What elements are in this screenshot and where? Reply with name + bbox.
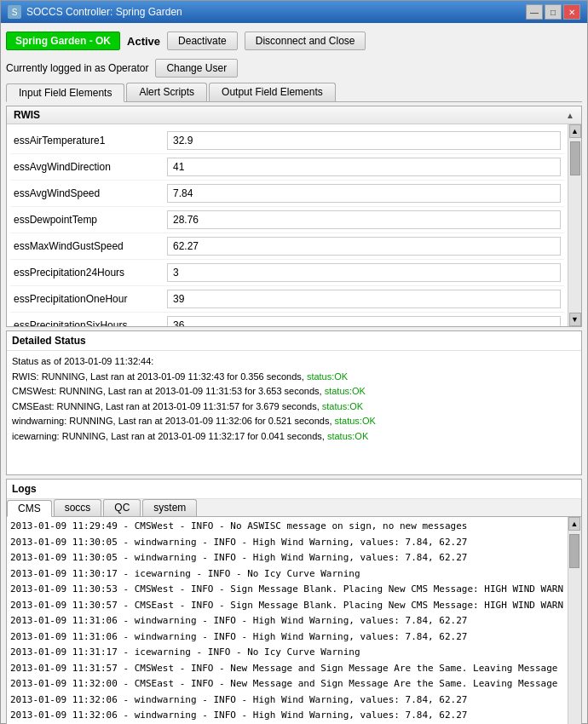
logs-scrollbar-track: [568, 531, 580, 724]
field-value[interactable]: [167, 184, 561, 203]
fields-container: essAirTemperature1 essAvgWindDirection e…: [7, 124, 568, 326]
field-value[interactable]: [167, 263, 561, 282]
log-line: 2013-01-09 11:29:49 - CMSWest - INFO - N…: [10, 519, 564, 535]
input-fields-panel: RWIS ▲ essAirTemperature1 essAvgWindDire…: [6, 106, 582, 327]
logs-title: Logs: [7, 480, 581, 499]
scrollbar-thumb[interactable]: [570, 141, 580, 175]
tab-alert-scripts[interactable]: Alert Scripts: [126, 83, 207, 101]
logs-scroll-up[interactable]: ▲: [568, 517, 580, 531]
log-line: 2013-01-09 11:32:06 - windwarning - INFO…: [10, 708, 564, 724]
log-line: 2013-01-09 11:31:06 - windwarning - INFO…: [10, 613, 564, 629]
field-row: essPrecipitationOneHour: [10, 286, 564, 313]
status-line: icewarning: RUNNING, Last ran at 2013-01…: [12, 429, 576, 445]
log-line: 2013-01-09 11:30:53 - CMSWest - INFO - S…: [10, 582, 564, 598]
field-row: essDewpointTemp: [10, 207, 564, 233]
field-label: essPrecipitationSixHours: [14, 319, 167, 326]
field-row: essAvgWindDirection: [10, 154, 564, 181]
deactivate-button[interactable]: Deactivate: [167, 32, 238, 50]
logged-in-label: Currently logged in as Operator: [6, 62, 148, 74]
field-value[interactable]: [167, 237, 561, 256]
disconnect-close-button[interactable]: Disconnect and Close: [245, 32, 366, 50]
toolbar-row2: Currently logged in as Operator Change U…: [6, 57, 582, 79]
field-row: essAirTemperature1: [10, 128, 564, 154]
minimize-button[interactable]: —: [526, 4, 543, 20]
field-label: essDewpointTemp: [14, 214, 167, 226]
log-line: 2013-01-09 11:32:00 - CMSEast - INFO - N…: [10, 676, 564, 692]
tab-output-fields[interactable]: Output Field Elements: [209, 83, 336, 101]
log-line: 2013-01-09 11:30:57 - CMSEast - INFO - S…: [10, 598, 564, 614]
window-title: SOCCS Controller: Spring Garden: [26, 6, 182, 18]
field-value[interactable]: [167, 131, 561, 150]
input-panel-header: RWIS ▲: [7, 106, 581, 124]
log-line: 2013-01-09 11:31:57 - CMSWest - INFO - N…: [10, 661, 564, 677]
status-line: RWIS: RUNNING, Last ran at 2013-01-09 11…: [12, 370, 576, 385]
field-row: essAvgWindSpeed: [10, 181, 564, 207]
field-value[interactable]: [167, 158, 561, 176]
field-label: essAirTemperature1: [14, 135, 167, 147]
active-label: Active: [127, 35, 160, 48]
content-area: Spring Garden - OK Active Deactivate Dis…: [1, 23, 587, 724]
logs-content-inner: 2013-01-09 11:29:49 - CMSWest - INFO - N…: [7, 517, 581, 724]
detailed-status-section: Detailed Status Status as of 2013-01-09 …: [6, 330, 582, 475]
logs-section: Logs CMSsoccsQCsystem 2013-01-09 11:29:4…: [6, 479, 582, 724]
app-icon: S: [8, 5, 21, 19]
field-label: essAvgWindSpeed: [14, 187, 167, 199]
log-line: 2013-01-09 11:30:17 - icewarning - INFO …: [10, 566, 564, 583]
field-row: essMaxWindGustSpeed: [10, 233, 564, 260]
status-line: Status as of 2013-01-09 11:32:44:: [12, 354, 576, 370]
status-line: windwarning: RUNNING, Last ran at 2013-0…: [12, 414, 576, 429]
log-line: 2013-01-09 11:32:06 - windwarning - INFO…: [10, 692, 564, 709]
field-value[interactable]: [167, 290, 561, 308]
logs-tab-soccs[interactable]: soccs: [54, 499, 102, 516]
logs-scrollbar: ▲ ▼: [568, 517, 581, 724]
field-label: essMaxWindGustSpeed: [14, 240, 167, 252]
scroll-up-arrow[interactable]: ▲: [569, 124, 581, 138]
logs-tab-qc[interactable]: QC: [103, 499, 141, 516]
tab-input-fields[interactable]: Input Field Elements: [6, 83, 124, 102]
field-row: essPrecipitation24Hours: [10, 260, 564, 286]
close-button[interactable]: ✕: [563, 4, 580, 20]
status-line: CMSEast: RUNNING, Last ran at 2013-01-09…: [12, 399, 576, 415]
field-label: essAvgWindDirection: [14, 161, 167, 173]
field-row: essPrecipitationSixHours: [10, 313, 564, 326]
toolbar-row1: Spring Garden - OK Active Deactivate Dis…: [6, 28, 582, 54]
scroll-down-arrow[interactable]: ▼: [569, 313, 581, 326]
title-bar: S SOCCS Controller: Spring Garden — □ ✕: [1, 1, 587, 23]
field-label: essPrecipitation24Hours: [14, 267, 167, 279]
fields-scrollbar: ▲ ▼: [568, 124, 581, 326]
detailed-status-title: Detailed Status: [7, 331, 581, 351]
scrollbar-track: [569, 138, 581, 313]
main-tabs-section: Input Field Elements Alert Scripts Outpu…: [6, 83, 582, 102]
logs-tab-cms[interactable]: CMS: [7, 500, 52, 517]
log-line: 2013-01-09 11:30:05 - windwarning - INFO…: [10, 550, 564, 566]
field-value[interactable]: [167, 210, 561, 229]
main-tab-bar: Input Field Elements Alert Scripts Outpu…: [6, 83, 582, 102]
rwis-label: RWIS: [14, 109, 40, 121]
log-line: 2013-01-09 11:30:05 - windwarning - INFO…: [10, 535, 564, 551]
log-line: 2013-01-09 11:31:06 - windwarning - INFO…: [10, 629, 564, 646]
log-line: 2013-01-09 11:31:17 - icewarning - INFO …: [10, 645, 564, 661]
logs-tab-system[interactable]: system: [142, 499, 197, 516]
scroll-up-icon[interactable]: ▲: [566, 111, 574, 120]
field-value[interactable]: [167, 316, 561, 326]
maximize-button[interactable]: □: [545, 4, 562, 20]
field-label: essPrecipitationOneHour: [14, 293, 167, 305]
status-line: CMSWest: RUNNING, Last ran at 2013-01-09…: [12, 384, 576, 399]
logs-scrollbar-thumb[interactable]: [569, 534, 579, 568]
logs-tab-bar: CMSsoccsQCsystem: [7, 499, 581, 517]
window-controls: — □ ✕: [526, 4, 580, 20]
status-content: Status as of 2013-01-09 11:32:44:RWIS: R…: [7, 351, 581, 474]
change-user-button[interactable]: Change User: [155, 59, 238, 78]
main-window: S SOCCS Controller: Spring Garden — □ ✕ …: [0, 0, 588, 724]
logs-content: 2013-01-09 11:29:49 - CMSWest - INFO - N…: [7, 517, 568, 724]
status-badge: Spring Garden - OK: [6, 32, 120, 50]
